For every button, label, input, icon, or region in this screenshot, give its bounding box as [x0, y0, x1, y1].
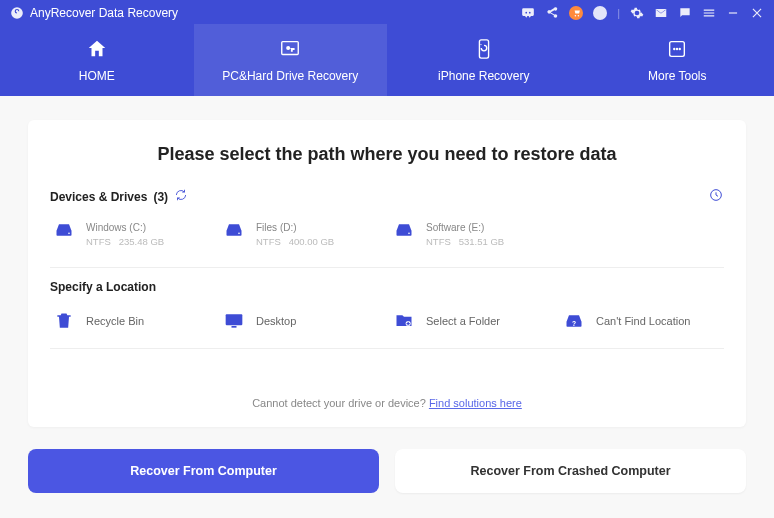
- svg-point-9: [68, 233, 70, 235]
- specify-label: Specify a Location: [50, 280, 156, 294]
- location-desktop[interactable]: Desktop: [220, 304, 380, 338]
- nav-iphone-recovery[interactable]: iPhone Recovery: [387, 24, 581, 96]
- svg-point-2: [286, 46, 290, 50]
- svg-point-11: [408, 233, 410, 235]
- location-cant-find[interactable]: ? Can't Find Location: [560, 304, 720, 338]
- cart-icon[interactable]: [569, 6, 583, 20]
- folder-icon: [392, 310, 416, 332]
- nav-more-tools[interactable]: More Tools: [581, 24, 775, 96]
- feedback-icon[interactable]: [678, 6, 692, 20]
- avatar-icon[interactable]: [593, 6, 607, 20]
- nav-label: PC&Hard Drive Recovery: [222, 69, 358, 83]
- app-logo-icon: [10, 6, 24, 20]
- drive-name: Software (E:): [426, 220, 504, 235]
- tools-icon: [666, 38, 688, 63]
- divider: [50, 267, 724, 268]
- page-title: Please select the path where you need to…: [50, 144, 724, 165]
- locations-list: Recycle Bin Desktop Select a Folder ? Ca…: [50, 304, 724, 338]
- svg-point-7: [679, 47, 681, 49]
- recover-from-computer-button[interactable]: Recover From Computer: [28, 449, 379, 493]
- drive-c[interactable]: Windows (C:) NTFS 235.48 GB: [50, 216, 210, 253]
- detect-help: Cannot detect your drive or device? Find…: [50, 397, 724, 409]
- location-section-head: Specify a Location: [50, 280, 724, 294]
- app-title: AnyRecover Data Recovery: [30, 6, 178, 20]
- home-icon: [86, 38, 108, 63]
- drive-name: Windows (C:): [86, 220, 164, 235]
- recycle-bin-icon: [52, 310, 76, 332]
- location-label: Select a Folder: [426, 315, 500, 327]
- devices-label: Devices & Drives: [50, 190, 147, 204]
- key-icon: [279, 38, 301, 63]
- location-label: Can't Find Location: [596, 315, 690, 327]
- titlebar: AnyRecover Data Recovery |: [0, 0, 774, 24]
- svg-point-10: [238, 233, 240, 235]
- find-solutions-link[interactable]: Find solutions here: [429, 397, 522, 409]
- phone-refresh-icon: [473, 38, 495, 63]
- drive-name: Files (D:): [256, 220, 334, 235]
- svg-point-6: [676, 47, 678, 49]
- menu-icon[interactable]: [702, 6, 716, 20]
- nav-label: iPhone Recovery: [438, 69, 529, 83]
- recover-from-crashed-button[interactable]: Recover From Crashed Computer: [395, 449, 746, 493]
- discord-icon[interactable]: [521, 6, 535, 20]
- divider: [50, 348, 724, 349]
- hdd-icon: [392, 220, 416, 244]
- location-select-folder[interactable]: Select a Folder: [390, 304, 550, 338]
- drives-list: Windows (C:) NTFS 235.48 GB Files (D:) N…: [50, 216, 724, 253]
- separator: |: [617, 7, 620, 19]
- devices-count: (3): [153, 190, 168, 204]
- svg-text:?: ?: [572, 320, 576, 327]
- location-label: Recycle Bin: [86, 315, 144, 327]
- devices-section-head: Devices & Drives (3): [50, 187, 724, 206]
- hdd-icon: [222, 220, 246, 244]
- bottom-actions: Recover From Computer Recover From Crash…: [0, 441, 774, 507]
- settings-icon[interactable]: [630, 6, 644, 20]
- svg-rect-12: [226, 315, 243, 326]
- mail-icon[interactable]: [654, 6, 668, 20]
- location-recycle-bin[interactable]: Recycle Bin: [50, 304, 210, 338]
- svg-rect-13: [232, 326, 237, 328]
- desktop-icon: [222, 310, 246, 332]
- close-icon[interactable]: [750, 6, 764, 20]
- main-card: Please select the path where you need to…: [28, 120, 746, 427]
- drive-d[interactable]: Files (D:) NTFS 400.00 GB: [220, 216, 380, 253]
- nav-home[interactable]: HOME: [0, 24, 194, 96]
- svg-rect-0: [729, 12, 737, 13]
- refresh-icon[interactable]: [174, 188, 188, 205]
- nav-label: More Tools: [648, 69, 706, 83]
- nav-label: HOME: [79, 69, 115, 83]
- nav-pc-recovery[interactable]: PC&Hard Drive Recovery: [194, 24, 388, 96]
- main-nav: HOME PC&Hard Drive Recovery iPhone Recov…: [0, 24, 774, 96]
- svg-point-5: [673, 47, 675, 49]
- hdd-icon: [52, 220, 76, 244]
- minimize-icon[interactable]: [726, 6, 740, 20]
- drive-e[interactable]: Software (E:) NTFS 531.51 GB: [390, 216, 550, 253]
- hdd-question-icon: ?: [562, 310, 586, 332]
- share-icon[interactable]: [545, 6, 559, 20]
- history-icon[interactable]: [708, 187, 724, 206]
- location-label: Desktop: [256, 315, 296, 327]
